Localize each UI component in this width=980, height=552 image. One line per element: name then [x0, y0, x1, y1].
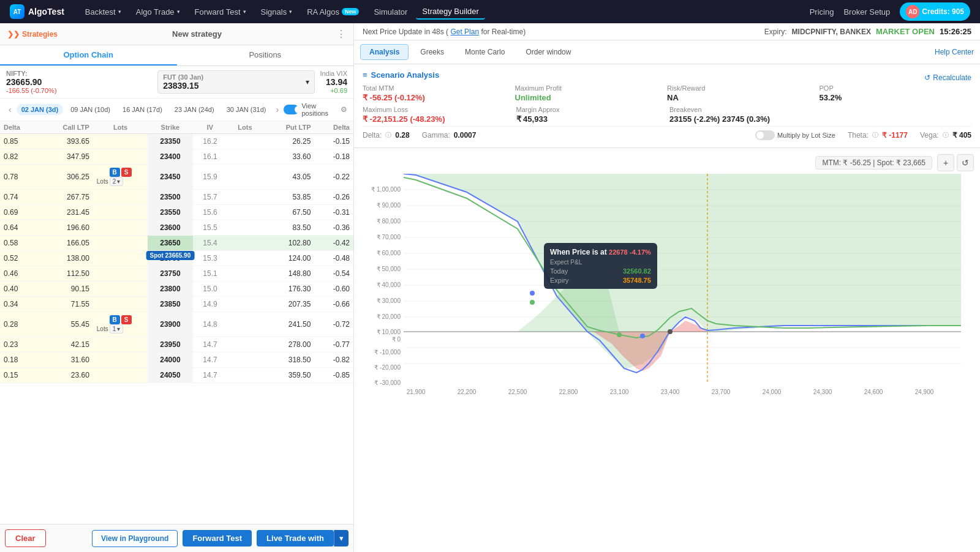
arrow-icon: ❯❯ — [7, 30, 20, 39]
metric-max-profit: Maximum Profit Unlimited — [515, 84, 668, 102]
recalculate-button[interactable]: ↺ Recalculate — [924, 73, 971, 82]
buy-button[interactable]: B — [110, 315, 120, 324]
put-ltp: 176.30 — [262, 282, 314, 297]
zoom-in-button[interactable]: + — [937, 154, 954, 171]
lot-size-switch[interactable] — [755, 130, 775, 140]
call-bs — [93, 266, 148, 282]
live-trade-button[interactable]: Live Trade with — [257, 530, 334, 546]
app-logo[interactable]: AT AlgoTest — [10, 4, 64, 19]
credits-badge[interactable]: AD Credits: 905 — [900, 2, 970, 21]
nifty-info: NIFTY: 23665.90 -166.55 (-0.70%) — [6, 70, 153, 94]
date-prev-icon[interactable]: ‹ — [6, 105, 14, 114]
lots-dropdown[interactable]: 1 ▾ — [110, 324, 124, 334]
svg-text:₹ -20,000: ₹ -20,000 — [374, 364, 401, 371]
put-ltp: 53.85 — [262, 190, 314, 205]
delta-put: -0.72 — [314, 312, 353, 337]
vega-label: Vega: — [920, 131, 939, 140]
scenario-title: ≡ Scenario Analysis — [363, 70, 439, 80]
svg-text:₹ 20,000: ₹ 20,000 — [377, 313, 401, 320]
metric-label: Margin Approx — [516, 106, 665, 113]
put-bs — [228, 266, 263, 282]
tab-analysis[interactable]: Analysis — [360, 44, 409, 60]
sell-button[interactable]: S — [121, 168, 132, 177]
credits-label: Credits: 905 — [922, 7, 964, 16]
date-02jan[interactable]: 02 JAN (3d) — [17, 104, 64, 115]
tab-greeks[interactable]: Greeks — [411, 44, 453, 60]
svg-text:₹ 40,000: ₹ 40,000 — [377, 282, 401, 288]
metric-value: NA — [667, 93, 815, 102]
date-23jan[interactable]: 23 JAN (24d) — [170, 104, 219, 115]
col-delta-put: Delta — [314, 121, 353, 134]
right-top-bar: Next Price Update in 48s ( Get Plan for … — [354, 23, 980, 40]
svg-text:23,700: 23,700 — [712, 389, 731, 395]
call-bs — [93, 205, 148, 220]
live-trade-dropdown[interactable]: ▾ — [334, 530, 349, 546]
nav-signals[interactable]: Signals▾ — [255, 5, 299, 19]
settings-icon[interactable]: ⚙ — [341, 105, 347, 114]
svg-text:22,800: 22,800 — [559, 389, 578, 395]
put-ltp: 318.50 — [262, 352, 314, 368]
table-row: 0.34 71.55 23850 14.9 207.35 -0.66 — [0, 297, 353, 312]
toggle-switch[interactable] — [284, 105, 299, 114]
call-bs — [93, 149, 148, 165]
fut-info: FUT (30 Jan) 23839.15 — [163, 73, 203, 91]
call-bs — [93, 134, 148, 149]
table-row-atm: 0.58 166.05 23650 Spot 23665.90 15.4 102… — [0, 236, 353, 251]
iv: 15.4 — [193, 236, 228, 251]
metric-label: Risk/Reward — [667, 84, 815, 92]
nav-forward-test[interactable]: Forward Test▾ — [189, 5, 252, 19]
call-bs — [93, 368, 148, 383]
date-09jan[interactable]: 09 JAN (10d) — [66, 104, 115, 115]
nav-strategy-builder[interactable]: Strategy Builder — [416, 4, 485, 20]
reset-chart-button[interactable]: ↺ — [957, 154, 974, 171]
put-bs — [228, 205, 263, 220]
help-center-button[interactable]: Help Center — [935, 48, 974, 56]
buy-button[interactable]: B — [110, 168, 120, 177]
nav-simulator[interactable]: Simulator — [368, 5, 413, 19]
call-ltp: 196.60 — [39, 220, 93, 236]
metric-value: Unlimited — [515, 93, 663, 102]
get-plan-link[interactable]: Get Plan — [450, 28, 479, 36]
call-ltp: 71.55 — [39, 297, 93, 312]
more-options-icon[interactable]: ⋮ — [336, 28, 346, 40]
playground-button[interactable]: View in Playground — [92, 530, 178, 547]
date-row: ‹ 02 JAN (3d) 09 JAN (10d) 16 JAN (17d) … — [0, 99, 353, 121]
svg-text:24,000: 24,000 — [763, 389, 782, 395]
nav-algo-trade[interactable]: Algo Trade▾ — [130, 5, 186, 19]
info-icon: ⓘ — [872, 131, 878, 140]
forward-test-button[interactable]: Forward Test — [183, 530, 252, 546]
broker-setup-link[interactable]: Broker Setup — [843, 7, 890, 17]
date-30jan[interactable]: 30 JAN (31d) — [222, 104, 271, 115]
tab-option-chain[interactable]: Option Chain — [0, 45, 177, 65]
nav-ra-algos[interactable]: RA AlgosNew — [301, 5, 365, 19]
date-next-icon[interactable]: › — [273, 105, 281, 114]
delta-call: 0.85 — [0, 134, 39, 149]
fut-selector[interactable]: FUT (30 Jan) 23839.15 ▾ — [157, 70, 315, 94]
strategies-button[interactable]: ❯❯ Strategies — [7, 30, 58, 39]
lots-dropdown[interactable]: 2 ▾ — [110, 177, 124, 186]
nav-backtest[interactable]: Backtest▾ — [79, 5, 127, 19]
greek-gamma: Gamma: 0.0007 — [422, 131, 477, 140]
pricing-link[interactable]: Pricing — [810, 7, 834, 17]
tab-positions[interactable]: Positions — [177, 45, 354, 65]
delta-put: -0.22 — [314, 165, 353, 190]
user-avatar: AD — [906, 5, 919, 18]
put-bs — [228, 251, 263, 266]
fut-label: FUT (30 Jan) — [163, 73, 203, 81]
clear-button[interactable]: Clear — [5, 529, 46, 547]
table-row: 0.28 55.45 B S Lots 1 ▾ 23900 — [0, 312, 353, 337]
put-ltp: 67.50 — [262, 205, 314, 220]
tab-monte-carlo[interactable]: Monte Carlo — [456, 44, 514, 60]
call-bs — [93, 190, 148, 205]
nifty-label: NIFTY: — [6, 70, 153, 77]
delta-call: 0.58 — [0, 236, 39, 251]
tab-order-window[interactable]: Order window — [516, 44, 580, 60]
sell-button[interactable]: S — [121, 315, 132, 324]
view-positions-label[interactable]: View positions — [301, 102, 336, 117]
call-ltp: 166.05 — [39, 236, 93, 251]
delta-put: -0.77 — [314, 337, 353, 352]
strike-atm: 23650 Spot 23665.90 — [148, 236, 192, 251]
date-16jan[interactable]: 16 JAN (17d) — [118, 104, 167, 115]
scenario-icon: ≡ — [363, 70, 368, 80]
bottom-bar: Clear View in Playground Forward Test Li… — [0, 524, 353, 552]
